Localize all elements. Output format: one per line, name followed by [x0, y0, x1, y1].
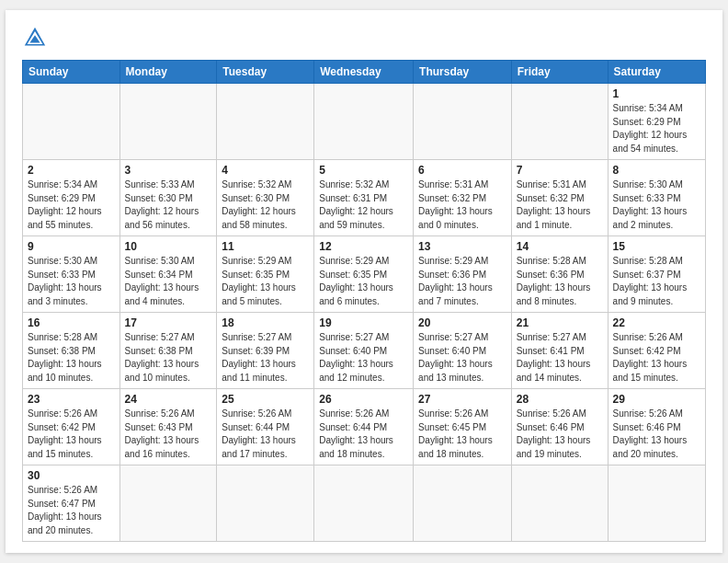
- day-info: Sunrise: 5:31 AM Sunset: 6:32 PM Dayligh…: [418, 178, 506, 232]
- calendar-week-row: 23Sunrise: 5:26 AM Sunset: 6:42 PM Dayli…: [23, 389, 706, 465]
- calendar-cell: 12Sunrise: 5:29 AM Sunset: 6:35 PM Dayli…: [314, 236, 414, 313]
- day-info: Sunrise: 5:34 AM Sunset: 6:29 PM Dayligh…: [28, 178, 115, 232]
- day-info: Sunrise: 5:26 AM Sunset: 6:42 PM Dayligh…: [613, 331, 700, 385]
- calendar-cell: 4Sunrise: 5:32 AM Sunset: 6:30 PM Daylig…: [217, 160, 314, 236]
- calendar-cell: 8Sunrise: 5:30 AM Sunset: 6:33 PM Daylig…: [608, 160, 705, 236]
- calendar-cell: 15Sunrise: 5:28 AM Sunset: 6:37 PM Dayli…: [608, 236, 705, 313]
- day-number: 26: [319, 393, 408, 406]
- calendar-header-wednesday: Wednesday: [314, 61, 414, 84]
- calendar-header-monday: Monday: [119, 61, 217, 84]
- day-info: Sunrise: 5:26 AM Sunset: 6:46 PM Dayligh…: [613, 408, 700, 461]
- day-info: Sunrise: 5:30 AM Sunset: 6:33 PM Dayligh…: [613, 178, 700, 232]
- day-info: Sunrise: 5:34 AM Sunset: 6:29 PM Dayligh…: [613, 102, 700, 155]
- day-number: 23: [28, 393, 115, 406]
- day-info: Sunrise: 5:32 AM Sunset: 6:31 PM Dayligh…: [319, 178, 408, 232]
- calendar-cell: 10Sunrise: 5:30 AM Sunset: 6:34 PM Dayli…: [119, 236, 217, 313]
- logo: [22, 25, 51, 51]
- day-info: Sunrise: 5:26 AM Sunset: 6:45 PM Dayligh…: [418, 408, 506, 461]
- calendar-cell: [511, 84, 608, 160]
- calendar-cell: [314, 84, 414, 160]
- day-info: Sunrise: 5:26 AM Sunset: 6:44 PM Dayligh…: [222, 408, 309, 461]
- calendar-header-row: SundayMondayTuesdayWednesdayThursdayFrid…: [23, 61, 706, 84]
- calendar-cell: 26Sunrise: 5:26 AM Sunset: 6:44 PM Dayli…: [314, 389, 414, 465]
- calendar-cell: 20Sunrise: 5:27 AM Sunset: 6:40 PM Dayli…: [414, 313, 512, 389]
- day-number: 4: [222, 164, 309, 177]
- day-info: Sunrise: 5:28 AM Sunset: 6:36 PM Dayligh…: [517, 255, 603, 308]
- day-info: Sunrise: 5:27 AM Sunset: 6:38 PM Dayligh…: [125, 331, 212, 385]
- calendar-cell: [119, 465, 217, 542]
- day-number: 14: [517, 240, 603, 253]
- calendar-cell: 1Sunrise: 5:34 AM Sunset: 6:29 PM Daylig…: [608, 84, 705, 160]
- calendar-cell: 30Sunrise: 5:26 AM Sunset: 6:47 PM Dayli…: [23, 465, 120, 542]
- day-info: Sunrise: 5:26 AM Sunset: 6:46 PM Dayligh…: [517, 408, 603, 461]
- calendar-header-sunday: Sunday: [23, 61, 120, 84]
- calendar-cell: [23, 84, 120, 160]
- day-info: Sunrise: 5:26 AM Sunset: 6:44 PM Dayligh…: [319, 408, 408, 461]
- calendar-cell: 17Sunrise: 5:27 AM Sunset: 6:38 PM Dayli…: [119, 313, 217, 389]
- day-number: 27: [418, 393, 506, 406]
- calendar-cell: 5Sunrise: 5:32 AM Sunset: 6:31 PM Daylig…: [314, 160, 414, 236]
- day-number: 11: [222, 240, 309, 253]
- calendar-cell: [511, 465, 608, 542]
- calendar-cell: 7Sunrise: 5:31 AM Sunset: 6:32 PM Daylig…: [511, 160, 608, 236]
- day-info: Sunrise: 5:27 AM Sunset: 6:40 PM Dayligh…: [418, 331, 506, 385]
- calendar-cell: 24Sunrise: 5:26 AM Sunset: 6:43 PM Dayli…: [119, 389, 217, 465]
- calendar-cell: [217, 465, 314, 542]
- day-number: 24: [125, 393, 212, 406]
- calendar-cell: 3Sunrise: 5:33 AM Sunset: 6:30 PM Daylig…: [119, 160, 217, 236]
- calendar-cell: 28Sunrise: 5:26 AM Sunset: 6:46 PM Dayli…: [511, 389, 608, 465]
- logo-icon: [22, 25, 48, 51]
- day-number: 18: [222, 316, 309, 329]
- day-number: 16: [28, 316, 115, 329]
- day-info: Sunrise: 5:29 AM Sunset: 6:35 PM Dayligh…: [222, 255, 309, 308]
- day-number: 13: [418, 240, 506, 253]
- calendar-cell: 23Sunrise: 5:26 AM Sunset: 6:42 PM Dayli…: [23, 389, 120, 465]
- calendar-header-saturday: Saturday: [608, 61, 705, 84]
- calendar-week-row: 9Sunrise: 5:30 AM Sunset: 6:33 PM Daylig…: [23, 236, 706, 313]
- calendar-week-row: 1Sunrise: 5:34 AM Sunset: 6:29 PM Daylig…: [23, 84, 706, 160]
- day-info: Sunrise: 5:33 AM Sunset: 6:30 PM Dayligh…: [125, 178, 212, 232]
- day-number: 19: [319, 316, 408, 329]
- day-number: 30: [28, 469, 115, 482]
- day-number: 3: [125, 164, 212, 177]
- calendar-header-tuesday: Tuesday: [217, 61, 314, 84]
- calendar-cell: 21Sunrise: 5:27 AM Sunset: 6:41 PM Dayli…: [511, 313, 608, 389]
- day-number: 7: [517, 164, 603, 177]
- calendar-table: SundayMondayTuesdayWednesdayThursdayFrid…: [22, 60, 706, 542]
- day-info: Sunrise: 5:28 AM Sunset: 6:37 PM Dayligh…: [613, 255, 700, 308]
- day-number: 6: [418, 164, 506, 177]
- day-number: 10: [125, 240, 212, 253]
- day-info: Sunrise: 5:29 AM Sunset: 6:36 PM Dayligh…: [418, 255, 506, 308]
- calendar-cell: [608, 465, 705, 542]
- day-info: Sunrise: 5:29 AM Sunset: 6:35 PM Dayligh…: [319, 255, 408, 308]
- day-info: Sunrise: 5:28 AM Sunset: 6:38 PM Dayligh…: [28, 331, 115, 385]
- calendar-week-row: 30Sunrise: 5:26 AM Sunset: 6:47 PM Dayli…: [23, 465, 706, 542]
- page: SundayMondayTuesdayWednesdayThursdayFrid…: [6, 10, 722, 553]
- day-number: 21: [517, 316, 603, 329]
- day-number: 1: [613, 87, 700, 100]
- day-info: Sunrise: 5:27 AM Sunset: 6:39 PM Dayligh…: [222, 331, 309, 385]
- calendar-cell: 29Sunrise: 5:26 AM Sunset: 6:46 PM Dayli…: [608, 389, 705, 465]
- calendar-cell: 22Sunrise: 5:26 AM Sunset: 6:42 PM Dayli…: [608, 313, 705, 389]
- calendar-cell: [314, 465, 414, 542]
- day-info: Sunrise: 5:30 AM Sunset: 6:34 PM Dayligh…: [125, 255, 212, 308]
- day-number: 20: [418, 316, 506, 329]
- day-info: Sunrise: 5:26 AM Sunset: 6:43 PM Dayligh…: [125, 408, 212, 461]
- header: [22, 25, 706, 51]
- day-number: 9: [28, 240, 115, 253]
- day-info: Sunrise: 5:31 AM Sunset: 6:32 PM Dayligh…: [517, 178, 603, 232]
- calendar-cell: 19Sunrise: 5:27 AM Sunset: 6:40 PM Dayli…: [314, 313, 414, 389]
- day-number: 8: [613, 164, 700, 177]
- day-info: Sunrise: 5:32 AM Sunset: 6:30 PM Dayligh…: [222, 178, 309, 232]
- calendar-cell: 2Sunrise: 5:34 AM Sunset: 6:29 PM Daylig…: [23, 160, 120, 236]
- calendar-cell: 14Sunrise: 5:28 AM Sunset: 6:36 PM Dayli…: [511, 236, 608, 313]
- calendar-cell: 27Sunrise: 5:26 AM Sunset: 6:45 PM Dayli…: [414, 389, 512, 465]
- day-number: 5: [319, 164, 408, 177]
- day-number: 15: [613, 240, 700, 253]
- calendar-cell: 18Sunrise: 5:27 AM Sunset: 6:39 PM Dayli…: [217, 313, 314, 389]
- day-number: 17: [125, 316, 212, 329]
- calendar-cell: 11Sunrise: 5:29 AM Sunset: 6:35 PM Dayli…: [217, 236, 314, 313]
- calendar-cell: 9Sunrise: 5:30 AM Sunset: 6:33 PM Daylig…: [23, 236, 120, 313]
- calendar-cell: [217, 84, 314, 160]
- calendar-header-thursday: Thursday: [414, 61, 512, 84]
